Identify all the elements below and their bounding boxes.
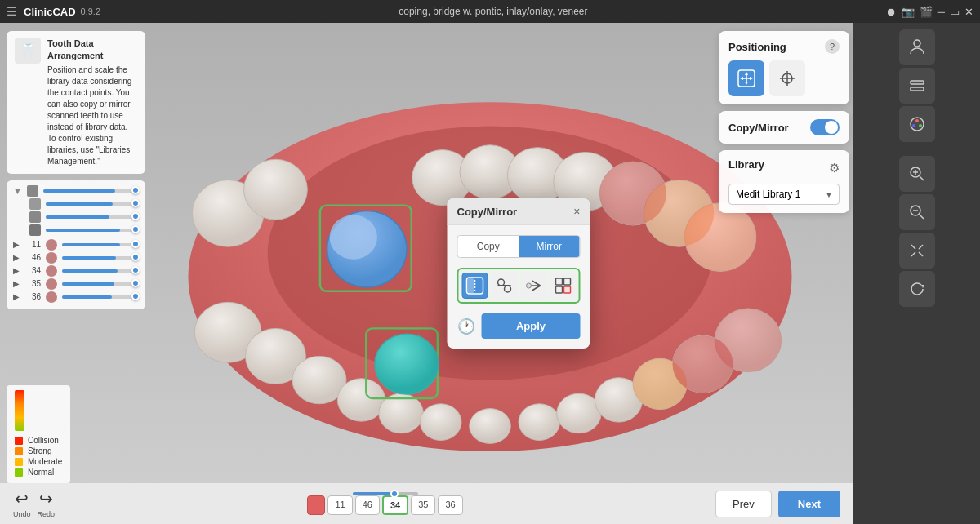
svg-point-54 — [527, 283, 532, 288]
app-version: 0.9.2 — [81, 7, 100, 16]
modal-history-btn[interactable]: 🕐 — [457, 318, 475, 335]
close-btn[interactable]: ✕ — [964, 6, 973, 18]
copy-mirror-tabs: Copy Mirror — [457, 235, 581, 258]
svg-rect-56 — [564, 278, 571, 285]
svg-rect-58 — [564, 286, 571, 293]
window-controls: ⏺ 📷 🎬 ─ ▭ ✕ — [886, 6, 973, 18]
window-title: coping, bridge w. pontic, inlay/onlay, v… — [100, 6, 886, 17]
svg-point-49 — [498, 279, 505, 286]
copy-tab[interactable]: Copy — [458, 236, 519, 257]
copy-mirror-modal: Copy/Mirror × Copy Mirror — [448, 198, 590, 349]
minimize-btn[interactable]: ─ — [938, 6, 945, 18]
modal-header: Copy/Mirror × — [448, 198, 590, 225]
svg-rect-55 — [556, 278, 563, 285]
modal-icon-0[interactable] — [462, 273, 488, 299]
svg-point-50 — [505, 286, 511, 292]
video-btn[interactable]: 🎬 — [920, 6, 933, 18]
svg-rect-57 — [556, 286, 563, 293]
svg-line-52 — [532, 281, 541, 286]
modal-icon-2[interactable] — [521, 273, 547, 299]
modal-icon-grid — [457, 268, 581, 304]
viewport: 🦷 Tooth Data Arrangement Position and sc… — [0, 23, 980, 524]
modal-apply-btn[interactable]: Apply — [482, 313, 581, 339]
camera-btn[interactable]: 📷 — [902, 6, 915, 18]
modal-icon-1[interactable] — [492, 273, 518, 299]
modal-body: Copy Mirror — [448, 225, 590, 349]
titlebar: ☰ ClinicCAD 0.9.2 coping, bridge w. pont… — [0, 0, 980, 23]
record-btn[interactable]: ⏺ — [886, 6, 897, 18]
restore-btn[interactable]: ▭ — [950, 6, 960, 18]
svg-line-53 — [532, 286, 541, 291]
menu-icon[interactable]: ☰ — [7, 5, 17, 18]
modal-bottom: 🕐 Apply — [457, 313, 581, 339]
modal-icon-3[interactable] — [550, 273, 577, 299]
mirror-tab[interactable]: Mirror — [519, 236, 580, 257]
svg-rect-47 — [468, 278, 474, 293]
modal-close-btn[interactable]: × — [573, 205, 580, 218]
app-name: ClinicCAD — [24, 6, 76, 18]
modal-overlay: Copy/Mirror × Copy Mirror — [0, 23, 980, 524]
modal-title: Copy/Mirror — [457, 206, 518, 218]
